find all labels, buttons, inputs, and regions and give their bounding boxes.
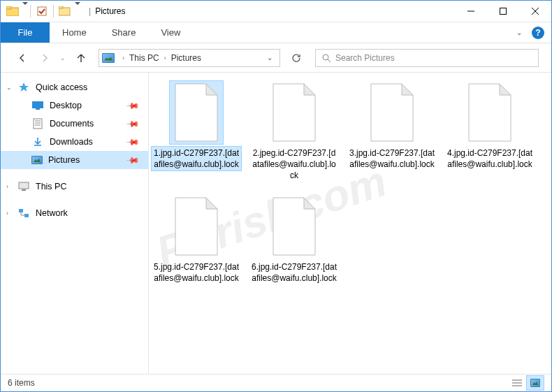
svg-rect-1 [6,6,11,9]
svg-rect-19 [22,189,26,191]
file-tab[interactable]: File [1,22,50,43]
sidebar-item-desktop[interactable]: Desktop 📌 [1,96,148,115]
tree-network[interactable]: › Network [1,204,148,222]
pin-icon: 📌 [126,153,140,168]
pictures-icon [31,156,43,164]
chevron-right-icon[interactable]: › [6,210,8,217]
qat-app-dropdown-icon[interactable] [22,5,28,17]
file-label: 6.jpg.id-C279F237.[datafiles@waifu.club]… [249,261,339,284]
svg-rect-4 [59,6,63,8]
qat-separator [30,5,31,17]
quick-access-toolbar [1,3,80,20]
navigation-pane: ⌄ Quick access Desktop 📌 Documents 📌 Dow… [1,73,149,374]
chevron-right-icon[interactable]: › [120,55,126,61]
qat-newfolder-icon[interactable] [57,3,73,20]
view-details-button[interactable] [508,375,526,391]
qat-separator [53,5,54,17]
close-button[interactable] [519,1,551,22]
breadcrumb-thispc[interactable]: This PC [126,53,162,63]
address-bar[interactable]: › This PC › Pictures ⌄ [99,49,280,67]
sidebar-item-downloads[interactable]: Downloads 📌 [1,133,148,151]
file-item[interactable]: 5.jpg.id-C279F237.[datafiles@waifu.club]… [152,195,241,284]
location-icon [102,53,115,63]
svg-rect-14 [34,119,42,129]
tree-label: Pictures [48,155,80,165]
tree-quick-access[interactable]: ⌄ Quick access [1,78,148,96]
window-controls [455,1,551,22]
help-icon[interactable]: ? [532,27,544,39]
chevron-down-icon[interactable]: ⌄ [6,84,12,91]
status-bar: 6 items [1,374,551,391]
svg-rect-12 [32,101,43,108]
chevron-right-icon[interactable]: › [162,55,168,61]
svg-rect-3 [59,8,70,15]
title-bar: | Pictures [1,1,551,22]
recent-dropdown-icon[interactable]: ⌄ [58,49,68,67]
downloads-icon [31,136,44,147]
search-box[interactable] [315,49,539,67]
ribbon-tabs: File Home Share View ⌄ ? [1,22,551,43]
tree-label: Network [36,208,68,218]
tree-label: This PC [36,182,66,191]
minimize-button[interactable] [455,1,487,22]
file-item[interactable]: 1.jpg.id-C279F237.[datafiles@waifu.club]… [152,81,241,182]
svg-rect-20 [19,209,23,212]
tree-label: Documents [50,119,94,129]
file-item[interactable]: 4.jpg.id-C279F237.[datafiles@waifu.club]… [445,81,535,182]
tab-share[interactable]: Share [99,22,149,43]
documents-icon [31,118,44,129]
window-title-text: Pictures [95,6,125,16]
tab-view[interactable]: View [148,22,193,43]
refresh-button[interactable] [287,49,305,67]
qat-properties-icon[interactable] [34,3,50,20]
file-item[interactable]: 2.jpeg.id-C279F237.[datafiles@waifu.club… [249,81,339,182]
svg-rect-18 [19,182,29,189]
svg-rect-21 [24,214,29,217]
pin-icon: 📌 [126,117,140,131]
sidebar-item-documents[interactable]: Documents 📌 [1,115,148,133]
file-icon [463,81,516,144]
forward-button[interactable] [36,49,54,67]
file-label: 3.jpg.id-C279F237.[datafiles@waifu.club]… [347,147,437,170]
search-input[interactable] [335,53,532,63]
desktop-icon [31,100,44,111]
chevron-right-icon[interactable]: › [6,183,8,190]
search-icon [321,53,331,63]
file-label: 5.jpg.id-C279F237.[datafiles@waifu.club]… [152,261,241,284]
tree-label: Quick access [36,82,87,92]
svg-rect-2 [38,7,46,15]
qat-customize-dropdown-icon[interactable] [74,5,80,17]
file-icon [170,81,223,144]
sidebar-item-pictures[interactable]: Pictures 📌 [1,151,148,169]
tree-label: Desktop [50,101,82,110]
file-icon [268,195,321,258]
file-label: 4.jpg.id-C279F237.[datafiles@waifu.club]… [445,147,535,170]
ribbon-expand-icon[interactable]: ⌄ [516,29,522,36]
up-button[interactable] [72,49,90,67]
file-icon [268,81,321,144]
pin-icon: 📌 [126,135,140,150]
maximize-button[interactable] [487,1,519,22]
navigation-bar: ⌄ › This PC › Pictures ⌄ [1,43,551,73]
breadcrumb-pictures[interactable]: Pictures [168,53,204,63]
computer-icon [17,181,30,192]
file-item[interactable]: 6.jpg.id-C279F237.[datafiles@waifu.club]… [249,195,339,284]
file-item[interactable]: 3.jpg.id-C279F237.[datafiles@waifu.club]… [347,81,437,182]
network-icon [17,208,30,219]
tree-this-pc[interactable]: › This PC [1,177,148,196]
back-button[interactable] [13,49,31,67]
view-large-icons-button[interactable] [526,375,544,391]
address-dropdown-icon[interactable]: ⌄ [263,54,277,61]
window-title: | Pictures [87,6,125,16]
tab-home[interactable]: Home [50,22,99,43]
explorer-app-icon[interactable] [4,3,21,20]
svg-line-10 [328,59,331,62]
tree-label: Downloads [50,137,93,147]
svg-point-9 [323,55,328,60]
file-label: 2.jpeg.id-C279F237.[datafiles@waifu.club… [249,147,339,182]
file-pane[interactable]: 1.jpg.id-C279F237.[datafiles@waifu.club]… [149,73,551,374]
star-icon [17,82,30,93]
pin-icon: 📌 [126,99,140,113]
status-count: 6 items [8,378,35,388]
svg-rect-6 [500,8,507,15]
